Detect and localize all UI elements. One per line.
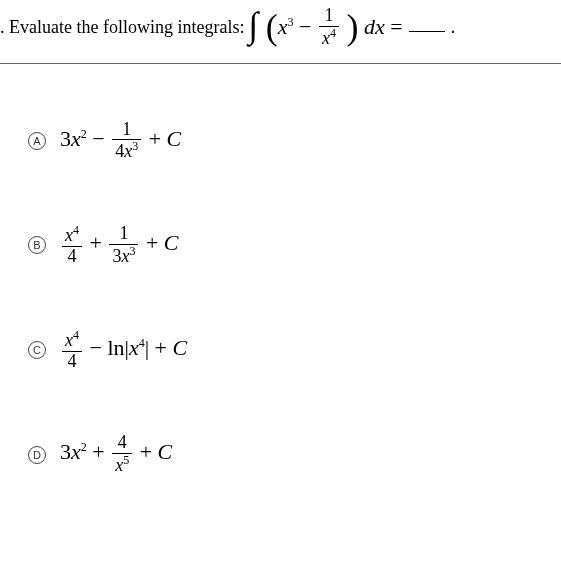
option-math: x44 − ln|x4| + C xyxy=(60,329,187,372)
option-a[interactable]: A 3x2 − 14x3 + C xyxy=(28,120,561,163)
question-period: . xyxy=(451,17,456,38)
option-letter: A xyxy=(28,132,46,150)
answer-blank[interactable] xyxy=(409,22,445,32)
options-list: A 3x2 − 14x3 + C B x44 + 13x3 + C C x44 … xyxy=(0,120,561,476)
option-math: x44 + 13x3 + C xyxy=(60,224,179,267)
option-c[interactable]: C x44 − ln|x4| + C xyxy=(28,329,561,372)
option-letter: D xyxy=(28,446,46,464)
option-letter: C xyxy=(28,341,46,359)
question-integral: ∫ (x3 − 1x4 ) dx = xyxy=(248,6,402,49)
option-math: 3x2 − 14x3 + C xyxy=(60,120,181,163)
option-b[interactable]: B x44 + 13x3 + C xyxy=(28,224,561,267)
question-row: . Evaluate the following integrals: ∫ (x… xyxy=(0,0,561,64)
option-letter: B xyxy=(28,236,46,254)
option-math: 3x2 + 4x5 + C xyxy=(60,433,172,476)
option-d[interactable]: D 3x2 + 4x5 + C xyxy=(28,433,561,476)
question-text: . Evaluate the following integrals: xyxy=(0,17,244,38)
